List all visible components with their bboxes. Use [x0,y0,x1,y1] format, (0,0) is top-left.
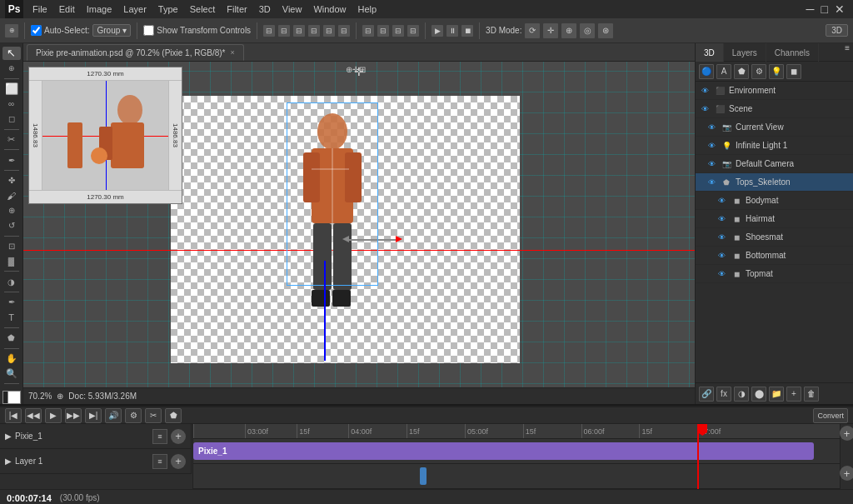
align-center-icon[interactable]: ⊟ [278,25,290,37]
menu-3d[interactable]: 3D [253,2,277,16]
menu-layer[interactable]: Layer [117,2,152,16]
tl-convert[interactable]: Convert [813,408,848,423]
layer-shoesmat[interactable]: 👁 ◼ Shoesmat [696,228,853,247]
menu-select[interactable]: Select [184,2,222,16]
clip-pixie1[interactable]: Pixie_1 [193,442,814,460]
tl-settings[interactable]: ⚙ [125,408,142,423]
menu-type[interactable]: Type [152,2,184,16]
zoom-icon[interactable]: ⊕ [57,392,63,401]
3d-mode-dropdown[interactable]: 3D [826,24,848,37]
minimize-button[interactable]: ─ [803,2,818,16]
vis-bottommat[interactable]: 👁 [716,250,727,262]
align-left-icon[interactable]: ⊟ [263,25,275,37]
add-keyframe-layer1[interactable]: + [171,454,186,469]
tl-last-frame[interactable]: ▶| [85,408,102,423]
layer-tops-skeleton[interactable]: 👁 ⬟ Tops_Skeleton [696,173,853,192]
move-tool-icon[interactable]: ⊕ [5,24,18,37]
align-right-icon[interactable]: ⊟ [293,25,305,37]
vis-tops-skeleton[interactable]: 👁 [706,177,717,188]
gradient-tool[interactable]: ▓ [2,254,21,267]
distribute-h-icon[interactable]: ⊟ [362,25,374,37]
brush-tool[interactable]: 🖌 [2,189,21,202]
foreground-color[interactable] [2,391,21,404]
crop-tool[interactable]: ✂ [2,132,21,146]
layer-add-btn[interactable]: + [786,387,801,402]
playhead-line[interactable] [697,424,699,489]
align-bottom-icon[interactable]: ⊟ [338,25,350,37]
layer-bodymat[interactable]: 👁 ◼ Bodymat [696,192,853,210]
menu-edit[interactable]: Edit [53,2,81,16]
layer-hairmat[interactable]: 👁 ◼ Hairmat [696,210,853,228]
vis-topmat[interactable]: 👁 [716,268,727,280]
vis-bodymat[interactable]: 👁 [716,195,727,207]
panel-menu-icon[interactable]: ≡ [841,43,853,61]
vis-default-camera[interactable]: 👁 [706,158,717,170]
tl-first-frame[interactable]: |◀ [5,408,22,423]
healing-tool[interactable]: ✤ [2,174,21,187]
lasso-tool[interactable]: ∞ [2,97,21,111]
menu-window[interactable]: Window [307,2,352,16]
track-expand-layer1[interactable]: ▶ [5,457,12,466]
object-3d-icon[interactable]: ◎ [580,23,595,38]
track-options-layer1[interactable]: ≡ [152,454,167,469]
layer-topmat[interactable]: 👁 ◼ Topmat [696,265,853,283]
orbit-3d-icon[interactable]: ⊛ [598,23,613,38]
zoom-3d-icon[interactable]: ⊕ [561,23,576,38]
distribute-icon3[interactable]: ⊟ [392,25,404,37]
pen-tool[interactable]: ✒ [2,296,21,309]
playback-icon2[interactable]: ⏸ [446,25,458,37]
maximize-button[interactable]: □ [818,2,831,16]
layer-del-btn[interactable]: 🗑 [804,387,819,402]
add-video-track[interactable]: + [840,426,854,441]
menu-image[interactable]: Image [81,2,118,16]
track-expand-pixie1[interactable]: ▶ [5,432,12,441]
layer-bottommat[interactable]: 👁 ◼ Bottommat [696,247,853,265]
transform-controls-checkbox[interactable] [143,25,154,36]
track-options-pixie1[interactable]: ≡ [152,429,167,444]
menu-help[interactable]: Help [352,2,383,16]
vis-current-view[interactable]: 👁 [706,122,717,133]
shape-tool[interactable]: ⬟ [2,332,21,345]
layer-environment[interactable]: 👁 ⬛ Environment [696,82,853,100]
layer-fx-btn[interactable]: fx [716,387,731,402]
eyedropper-tool[interactable]: ✒ [2,153,21,167]
layer-infinite-light[interactable]: 👁 💡 Infinite Light 1 [696,137,853,155]
tab-channels[interactable]: Channels [766,43,819,62]
hand-tool[interactable]: ✋ [2,352,21,365]
tl-trim[interactable]: ✂ [145,408,162,423]
layer-link-btn[interactable]: 🔗 [699,387,714,402]
align-middle-icon[interactable]: ⊟ [323,25,335,37]
layer-adj-btn[interactable]: ⬤ [751,387,766,402]
distribute-icon4[interactable]: ⊟ [407,25,419,37]
vis-infinite-light[interactable]: 👁 [706,140,717,152]
document-tab[interactable]: Pixie pre-animation.psd @ 70.2% (Pixie 1… [27,44,244,61]
tl-next-frame[interactable]: ▶▶ [65,408,82,423]
filter-shape-btn[interactable]: ⬟ [734,64,749,79]
layer-default-camera[interactable]: 👁 📷 Default Camera [696,155,853,173]
pan-3d-icon[interactable]: ✛ [543,23,558,38]
vis-environment[interactable]: 👁 [699,85,711,97]
artboard-tool[interactable]: ⊕ [2,62,21,75]
tl-prev-frame[interactable]: ◀◀ [25,408,42,423]
filter-kind-btn[interactable]: 🔵 [699,64,714,79]
object-select-tool[interactable]: ◻ [2,112,21,126]
add-audio-track[interactable]: + [840,466,854,481]
add-keyframe-pixie1[interactable]: + [171,429,186,444]
vis-hairmat[interactable]: 👁 [716,213,727,225]
group-dropdown[interactable]: Group ▾ [92,24,131,37]
layer-group-btn[interactable]: 📁 [769,387,784,402]
menu-file[interactable]: File [27,2,53,16]
tab-layers[interactable]: Layers [724,43,766,62]
marquee-tool[interactable]: ⬜ [2,82,21,96]
move-tool[interactable]: ↖ [2,47,21,60]
filter-smart-btn[interactable]: ⚙ [751,64,766,79]
vis-shoesmat[interactable]: 👁 [716,232,727,243]
type-tool[interactable]: T [2,311,21,324]
tab-3d[interactable]: 3D [696,43,724,62]
distribute-v-icon[interactable]: ⊟ [377,25,389,37]
close-button[interactable]: ✕ [831,2,848,16]
menu-filter[interactable]: Filter [221,2,252,16]
history-brush-tool[interactable]: ↺ [2,219,21,232]
menu-view[interactable]: View [277,2,308,16]
eraser-tool[interactable]: ⊡ [2,240,21,253]
